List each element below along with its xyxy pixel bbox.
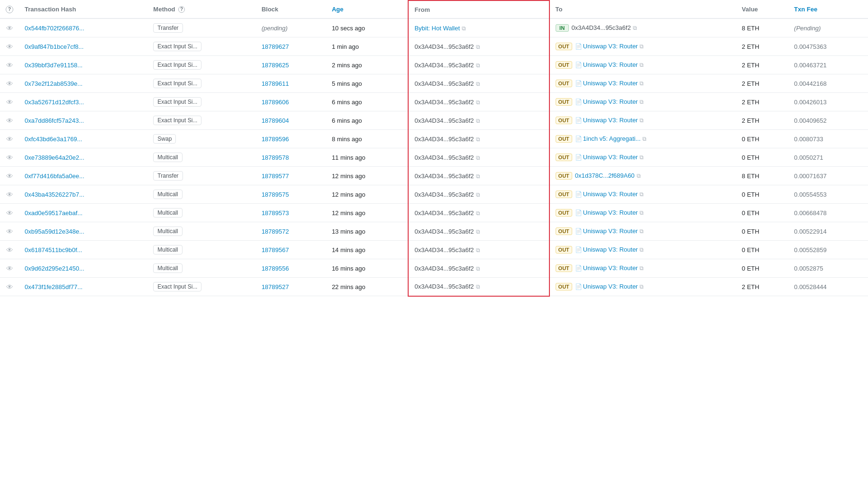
to-copy-icon[interactable]: ⧉ — [640, 62, 644, 68]
to-copy-icon[interactable]: ⧉ — [642, 136, 647, 142]
row-eye-icon[interactable]: 👁 — [0, 93, 19, 111]
eye-icon[interactable]: 👁 — [6, 43, 13, 51]
to-address-link[interactable]: Uniswap V3: Router — [583, 43, 638, 50]
to-address-link[interactable]: 0x1d378C...2f689A60 — [575, 172, 635, 179]
eye-icon[interactable]: 👁 — [6, 172, 13, 180]
tx-hash-link[interactable]: 0x61874511bc9b0f... — [25, 246, 82, 254]
row-eye-icon[interactable]: 👁 — [0, 204, 19, 222]
eye-icon[interactable]: 👁 — [6, 283, 13, 291]
from-copy-icon[interactable]: ⧉ — [476, 99, 480, 106]
block-link[interactable]: 18789604 — [262, 117, 289, 124]
from-copy-icon[interactable]: ⧉ — [476, 265, 480, 272]
block-link[interactable]: 18789606 — [262, 99, 289, 106]
from-copy-icon[interactable]: ⧉ — [476, 173, 480, 180]
eye-icon[interactable]: 👁 — [6, 80, 13, 88]
to-copy-icon[interactable]: ⧉ — [640, 228, 644, 235]
to-copy-icon[interactable]: ⧉ — [640, 154, 644, 161]
tx-hash-link[interactable]: 0xe73889e64a20e2... — [25, 154, 84, 161]
from-copy-icon[interactable]: ⧉ — [476, 210, 480, 217]
from-copy-icon[interactable]: ⧉ — [476, 118, 480, 124]
from-copy-icon[interactable]: ⧉ — [476, 228, 480, 235]
block-link[interactable]: 18789572 — [262, 228, 289, 235]
to-copy-icon[interactable]: ⧉ — [640, 117, 644, 124]
to-address-link[interactable]: Uniswap V3: Router — [583, 191, 638, 198]
tx-hash-link[interactable]: 0xf77d416bfa5a0ee... — [25, 172, 84, 180]
row-eye-icon[interactable]: 👁 — [0, 222, 19, 241]
tx-hash-link[interactable]: 0xfc43bd6e3a1769... — [25, 136, 82, 143]
block-link[interactable]: 18789625 — [262, 62, 289, 69]
eye-icon[interactable]: 👁 — [6, 264, 13, 272]
row-eye-icon[interactable]: 👁 — [0, 185, 19, 204]
row-eye-icon[interactable]: 👁 — [0, 167, 19, 185]
to-address-link[interactable]: Uniswap V3: Router — [583, 246, 638, 253]
eye-icon[interactable]: 👁 — [6, 24, 13, 32]
eye-icon[interactable]: 👁 — [6, 135, 13, 143]
row-eye-icon[interactable]: 👁 — [0, 241, 19, 259]
to-copy-icon[interactable]: ⧉ — [640, 283, 644, 290]
tx-hash-link[interactable]: 0x3a52671d12dfcf3... — [25, 99, 84, 106]
block-link[interactable]: 18789596 — [262, 136, 289, 143]
to-copy-icon[interactable]: ⧉ — [633, 25, 637, 31]
to-copy-icon[interactable]: ⧉ — [640, 80, 644, 87]
tx-hash-link[interactable]: 0x73e2f12ab8539e... — [25, 80, 82, 87]
tx-hash-link[interactable]: 0x544fb702f266876... — [25, 25, 84, 32]
from-copy-icon[interactable]: ⧉ — [476, 247, 480, 254]
to-address-link[interactable]: Uniswap V3: Router — [583, 154, 638, 161]
to-address-link[interactable]: Uniswap V3: Router — [583, 209, 638, 216]
block-link[interactable]: 18789578 — [262, 154, 289, 161]
to-copy-icon[interactable]: ⧉ — [640, 43, 644, 50]
to-copy-icon[interactable]: ⧉ — [640, 265, 644, 272]
from-copy-icon[interactable]: ⧉ — [476, 136, 480, 143]
row-eye-icon[interactable]: 👁 — [0, 18, 19, 37]
row-eye-icon[interactable]: 👁 — [0, 130, 19, 148]
to-copy-icon[interactable]: ⧉ — [640, 209, 644, 216]
from-copy-icon[interactable]: ⧉ — [476, 62, 480, 69]
from-copy-icon[interactable]: ⧉ — [476, 283, 480, 290]
to-address-link[interactable]: 1inch v5: Aggregati... — [583, 135, 640, 142]
tx-hash-link[interactable]: 0x9af847b1bce7cf8... — [25, 43, 83, 50]
to-copy-icon[interactable]: ⧉ — [640, 191, 644, 198]
to-address-link[interactable]: Uniswap V3: Router — [583, 264, 638, 272]
eye-icon[interactable]: 👁 — [6, 227, 13, 236]
block-link[interactable]: 18789527 — [262, 283, 289, 290]
from-copy-icon[interactable]: ⧉ — [476, 44, 480, 50]
to-address-link[interactable]: Uniswap V3: Router — [583, 80, 638, 87]
from-copy-icon[interactable]: ⧉ — [476, 191, 480, 198]
block-link[interactable]: 18789567 — [262, 246, 289, 254]
eye-icon[interactable]: 👁 — [6, 117, 13, 125]
eye-icon[interactable]: 👁 — [6, 246, 13, 254]
row-eye-icon[interactable]: 👁 — [0, 278, 19, 296]
row-eye-icon[interactable]: 👁 — [0, 148, 19, 167]
tx-hash-link[interactable]: 0x473f1fe2885df77... — [25, 283, 82, 290]
from-copy-icon[interactable]: ⧉ — [476, 81, 480, 87]
eye-icon[interactable]: 👁 — [6, 209, 13, 217]
method-help-icon[interactable]: ? — [178, 6, 185, 13]
eye-icon[interactable]: 👁 — [6, 191, 13, 199]
to-copy-icon[interactable]: ⧉ — [640, 246, 644, 253]
to-address-link[interactable]: Uniswap V3: Router — [583, 98, 638, 105]
from-copy-icon[interactable]: ⧉ — [462, 25, 466, 32]
from-address-link[interactable]: Bybit: Hot Wallet — [414, 25, 460, 32]
to-copy-icon[interactable]: ⧉ — [637, 172, 641, 179]
block-link[interactable]: 18789611 — [262, 80, 289, 87]
tx-hash-link[interactable]: 0x9d62d295e21450... — [25, 265, 84, 272]
block-link[interactable]: 18789577 — [262, 172, 289, 180]
block-link[interactable]: 18789627 — [262, 43, 289, 50]
row-eye-icon[interactable]: 👁 — [0, 37, 19, 56]
block-link[interactable]: 18789575 — [262, 191, 289, 198]
block-link[interactable]: 18789573 — [262, 209, 289, 217]
tx-hash-link[interactable]: 0xad0e59517aebaf... — [25, 209, 82, 217]
block-link[interactable]: 18789556 — [262, 265, 289, 272]
row-eye-icon[interactable]: 👁 — [0, 56, 19, 74]
from-copy-icon[interactable]: ⧉ — [476, 154, 480, 161]
to-address-link[interactable]: Uniswap V3: Router — [583, 227, 638, 235]
tx-hash-link[interactable]: 0x39bbf3d7e91158... — [25, 62, 82, 69]
eye-icon[interactable]: 👁 — [6, 61, 13, 69]
tx-hash-link[interactable]: 0x43ba43526227b7... — [25, 191, 84, 198]
tx-hash-link[interactable]: 0xa7dd86fcf57a243... — [25, 117, 84, 124]
tx-hash-link[interactable]: 0xb95a59d12e348e... — [25, 228, 84, 235]
eye-icon[interactable]: 👁 — [6, 98, 13, 106]
row-eye-icon[interactable]: 👁 — [0, 74, 19, 93]
to-address-link[interactable]: Uniswap V3: Router — [583, 61, 638, 68]
to-address-link[interactable]: Uniswap V3: Router — [583, 283, 638, 290]
